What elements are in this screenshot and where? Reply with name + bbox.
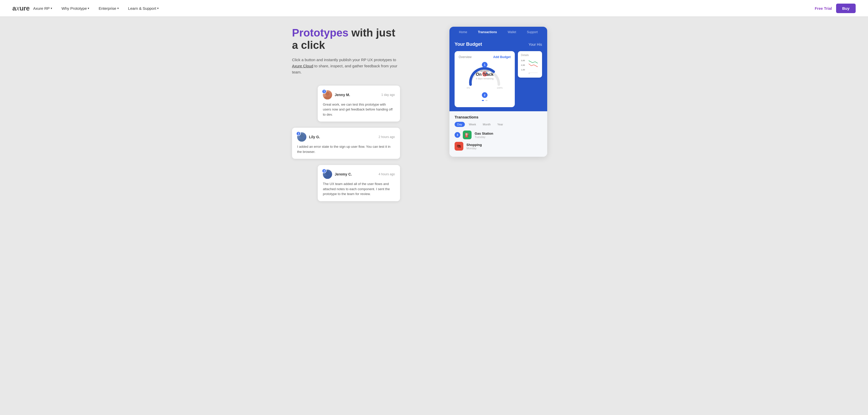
- txn-day-shopping: Monday: [466, 147, 542, 150]
- nav-enterprise[interactable]: Enterprise: [95, 4, 122, 12]
- transactions-section: Transactions Day Week Month Year 3 ⛽ Gas…: [450, 111, 547, 157]
- overview-label: Overview: [459, 55, 471, 59]
- page-description: Click a button and instantly publish you…: [292, 57, 400, 75]
- tab-day[interactable]: Day: [455, 122, 465, 127]
- badge-3: 3: [322, 169, 327, 173]
- title-highlight: Prototypes: [292, 27, 348, 39]
- app-body: Your Budget Your His Overview Add Budget: [450, 37, 547, 111]
- comment-time-2: 2 hours ago: [379, 135, 395, 139]
- transactions-title: Transactions: [455, 115, 542, 119]
- app-nav-support[interactable]: Support: [527, 30, 538, 34]
- left-column: Prototypes with just a click Click a but…: [292, 27, 400, 207]
- svg-point-1: [324, 96, 331, 99]
- app-nav: Home Transactions Wallet Support: [450, 27, 547, 37]
- nav-learn-support[interactable]: Learn & Support: [125, 4, 162, 12]
- buy-button[interactable]: Buy: [836, 4, 856, 13]
- transaction-item-2[interactable]: 🛍 Shopping Monday: [455, 142, 542, 150]
- svg-text:1,00: 1,00: [521, 69, 525, 71]
- comment-text-2: I added an error state to the sign up us…: [297, 144, 395, 154]
- svg-text:3,00: 3,00: [521, 59, 525, 62]
- comment-card-2: 2 Lily G. 2 hours ago I added an error s…: [292, 128, 400, 159]
- badge-1: 1: [322, 89, 327, 94]
- app-nav-wallet[interactable]: Wallet: [507, 30, 516, 34]
- gauge-container: 1 🎯: [467, 64, 503, 84]
- comment-card-1: 1 Jenny M. 1 day ago Great work, we can …: [318, 85, 400, 122]
- comment-header-2: 2 Lily G. 2 hours ago: [297, 132, 395, 142]
- avatar-wrap-2: 2: [297, 132, 306, 142]
- svg-point-3: [298, 139, 305, 142]
- nav-actions: Free Trial Buy: [815, 4, 856, 13]
- badge-2: 2: [296, 131, 301, 136]
- navbar: axure Axure RP Why Prototype Enterprise …: [0, 0, 868, 16]
- details-label: Details: [521, 54, 539, 57]
- budget-gauge-area: 1 🎯: [459, 62, 511, 103]
- txn-icon-shopping: 🛍: [455, 142, 463, 150]
- gauge-days: 6 days remaining: [476, 77, 494, 80]
- txn-info-shopping: Shopping Monday: [466, 143, 542, 150]
- step-badge-2: 2: [482, 92, 488, 98]
- comment-user-3: Jeremy C.: [335, 172, 379, 176]
- main-content: Prototypes with just a click Click a but…: [280, 16, 588, 228]
- transaction-row-2-wrap: 🛍 Shopping Monday: [455, 142, 542, 150]
- app-section-header: Your Budget Your His: [455, 42, 542, 47]
- budget-card-header: Overview Add Budget: [459, 55, 511, 59]
- comment-user-2: Lily G.: [309, 135, 379, 139]
- history-title: Your His: [529, 42, 542, 46]
- txn-icon-gas: ⛽: [463, 131, 471, 139]
- comments-area: 1 Jenny M. 1 day ago Great work, we can …: [292, 85, 400, 201]
- nav-links: Axure RP Why Prototype Enterprise Learn …: [30, 4, 815, 12]
- budget-title: Your Budget: [455, 42, 482, 47]
- txn-name-gas: Gas Station: [475, 132, 542, 135]
- gauge-budget-word: Budget: [476, 69, 494, 72]
- gauge-status: On Track: [476, 72, 494, 77]
- transaction-row-1-wrap: 3 ⛽ Gas Station Tuesday: [455, 131, 542, 139]
- svg-text:0: 0: [529, 72, 530, 74]
- history-chart: 3,00 2,00 1,00 0: [521, 59, 539, 74]
- comment-text-3: The UX team added all of the user flows …: [323, 181, 395, 197]
- axure-cloud-link[interactable]: Axure Cloud: [292, 64, 313, 68]
- tab-week[interactable]: Week: [466, 122, 479, 127]
- comment-text-1: Great work, we can test this prototype w…: [323, 102, 395, 117]
- history-panel: Details 3,00 2,00 1,00: [518, 51, 542, 78]
- budget-card: Overview Add Budget 1: [455, 51, 515, 107]
- dot-2: [486, 100, 488, 101]
- budget-card-wrap: Overview Add Budget 1: [455, 51, 515, 107]
- comment-card-3: 3 Jeremy C. 4 hours ago The UX team adde…: [318, 165, 400, 201]
- right-column: Home Transactions Wallet Support Your Bu…: [421, 27, 576, 157]
- nav-why-prototype[interactable]: Why Prototype: [58, 4, 93, 12]
- transaction-item-1[interactable]: ⛽ Gas Station Tuesday: [463, 131, 542, 139]
- txn-name-shopping: Shopping: [466, 143, 542, 147]
- tab-year[interactable]: Year: [495, 122, 505, 127]
- desc-text-1: Click a button and instantly publish you…: [292, 58, 396, 62]
- comment-time-1: 1 day ago: [381, 93, 395, 97]
- tab-row: Day Week Month Year: [455, 122, 542, 127]
- logo[interactable]: axure: [12, 4, 30, 12]
- pagination-dots: [482, 100, 488, 101]
- avatar-wrap-1: 1: [323, 90, 332, 99]
- app-mockup: Home Transactions Wallet Support Your Bu…: [450, 27, 547, 157]
- app-nav-transactions[interactable]: Transactions: [478, 30, 497, 34]
- txn-info-gas: Gas Station Tuesday: [475, 132, 542, 139]
- gauge-badge-1: 1: [482, 62, 488, 68]
- comment-header-1: 1 Jenny M. 1 day ago: [323, 90, 395, 99]
- free-trial-link[interactable]: Free Trial: [815, 6, 832, 10]
- app-nav-home[interactable]: Home: [459, 30, 467, 34]
- avatar-wrap-3: 3: [323, 170, 332, 179]
- dot-1: [482, 100, 484, 101]
- svg-text:2,00: 2,00: [521, 64, 525, 66]
- gauge-label: Budget On Track 6 days remaining: [476, 69, 494, 80]
- comment-user-1: Jenny M.: [335, 93, 381, 97]
- page-title: Prototypes with just a click: [292, 27, 400, 51]
- svg-point-5: [324, 176, 331, 179]
- comment-header-3: 3 Jeremy C. 4 hours ago: [323, 170, 395, 179]
- comment-time-3: 4 hours ago: [379, 172, 395, 176]
- tab-month[interactable]: Month: [480, 122, 493, 127]
- step-badge-3: 3: [455, 132, 460, 138]
- add-budget-button[interactable]: Add Budget: [493, 55, 511, 59]
- nav-axure-rp[interactable]: Axure RP: [30, 4, 56, 12]
- txn-day-gas: Tuesday: [475, 135, 542, 139]
